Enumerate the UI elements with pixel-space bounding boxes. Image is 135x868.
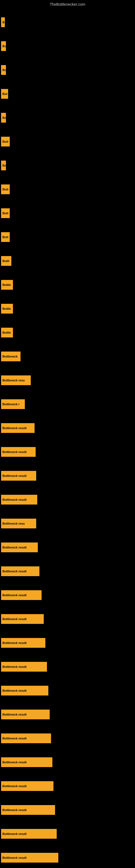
bar-label: Bottleneck result — [1, 423, 35, 433]
header: TheBottlenecker.com — [0, 0, 135, 8]
bar-text: Bottleneck result — [2, 689, 27, 692]
bar-text: Bottleneck resu — [2, 379, 25, 382]
bar-label: Bottleneck — [1, 351, 20, 361]
bar-text: Bottleneck result — [2, 713, 27, 716]
bar-label: Bottleneck result — [1, 542, 38, 552]
bar-text: Bottleneck result — [2, 498, 27, 501]
list-item: Bott — [0, 177, 135, 201]
list-item: Bott — [0, 130, 135, 154]
bar-label: Bottleneck r — [1, 399, 25, 409]
bar-text: Bottleneck result — [2, 474, 27, 477]
list-item: Bottleneck result — [0, 440, 135, 464]
list-item: Bottleneck r — [0, 392, 135, 416]
bar-label: Bottleneck resu — [1, 375, 31, 385]
list-item: Bot — [0, 82, 135, 106]
bar-text: Bo — [2, 44, 6, 48]
list-item: Bo — [0, 106, 135, 130]
bar-label: Bottleneck result — [1, 853, 58, 863]
bar-label: Bottle — [1, 304, 13, 314]
bar-text: Bottleneck result — [2, 569, 27, 573]
list-item: Bottleneck result — [0, 726, 135, 750]
list-item: Bottleneck resu — [0, 368, 135, 392]
list-item: Bottleneck result — [0, 488, 135, 512]
list-item: Bottleneck result — [0, 798, 135, 822]
bar-text: Bo — [2, 116, 6, 119]
bar-text: Bottleneck result — [2, 665, 27, 669]
list-item: Bottleneck result — [0, 631, 135, 655]
bar-text: Bottleneck — [2, 355, 17, 358]
bar-label: Bottleneck result — [1, 495, 37, 504]
bar-label: Bottleneck result — [1, 447, 36, 457]
list-item: Bottleneck result — [0, 464, 135, 488]
bar-text: Bottleneck result — [2, 832, 27, 835]
bar-label: Bottl — [1, 256, 11, 266]
list-item: Bottleneck result — [0, 679, 135, 703]
bar-label: Bo — [1, 113, 6, 123]
bar-text: Bottleneck result — [2, 784, 27, 788]
bar-text: Bottleneck result — [2, 546, 27, 549]
bar-label: Bottleneck result — [1, 662, 47, 672]
bar-text: Bottleneck result — [2, 761, 27, 764]
list-item: Bottleneck result — [0, 774, 135, 798]
bar-text: Bottle — [2, 307, 11, 310]
list-item: B — [0, 10, 135, 34]
list-item: Bott — [0, 225, 135, 249]
list-item: Bottleneck result — [0, 822, 135, 846]
bar-text: Bottleneck result — [2, 808, 27, 812]
bar-label: Bottleneck result — [1, 686, 48, 695]
bar-label: Bott — [1, 208, 10, 218]
list-item: Bottleneck result — [0, 535, 135, 559]
bar-label: Bottle — [1, 328, 13, 337]
bar-label: Bottleneck result — [1, 710, 50, 719]
bar-text: Bottleneck result — [2, 641, 27, 645]
bar-label: Bo — [1, 161, 6, 170]
bar-label: Bottleneck result — [1, 590, 42, 600]
bar-text: Bo — [2, 164, 6, 167]
list-item: Bottle — [0, 297, 135, 321]
bar-text: Bot — [2, 92, 7, 95]
list-item: Bottleneck result — [0, 607, 135, 631]
bar-label: Bottleneck result — [1, 829, 57, 839]
bar-label: Bottle — [1, 280, 13, 290]
bar-label: Bott — [1, 137, 10, 147]
bar-label: Bo — [1, 41, 6, 51]
list-item: Bo — [0, 34, 135, 58]
list-item: Bottleneck result — [0, 703, 135, 726]
bar-text: B — [2, 21, 5, 24]
list-item: Bottle — [0, 321, 135, 344]
bar-label: B — [1, 18, 5, 27]
bar-text: Bott — [2, 140, 8, 143]
bar-label: Bott — [1, 232, 10, 242]
bar-text: Bottl — [2, 259, 9, 262]
bar-text: Bottleneck result — [2, 593, 27, 597]
bar-label: Bottleneck result — [1, 757, 52, 767]
bar-text: Bott — [2, 188, 8, 191]
bar-label: Bottleneck result — [1, 471, 36, 480]
list-item: Bottl — [0, 249, 135, 273]
list-item: Bott — [0, 201, 135, 225]
list-item: Bottleneck result — [0, 583, 135, 607]
list-item: Bottleneck result — [0, 655, 135, 679]
bar-text: Bottleneck resu — [2, 522, 25, 525]
list-item: Bottleneck — [0, 344, 135, 368]
bar-chart-container: BBoBoBotBoBottBoBottBottBottBottlBottleB… — [0, 8, 135, 868]
bar-label: Bottleneck result — [1, 781, 53, 791]
bar-text: Bottle — [2, 331, 11, 334]
bar-label: Bo — [1, 65, 6, 75]
list-item: Bottleneck result — [0, 846, 135, 868]
bar-text: Bottle — [2, 283, 11, 286]
bar-text: Bottleneck result — [2, 737, 27, 740]
list-item: Bo — [0, 154, 135, 177]
list-item: Bo — [0, 58, 135, 82]
list-item: Bottle — [0, 273, 135, 297]
bar-text: Bottleneck result — [2, 426, 27, 430]
bar-label: Bottleneck result — [1, 614, 44, 624]
bar-text: Bo — [2, 68, 6, 72]
site-title: TheBottlenecker.com — [0, 0, 135, 8]
bar-label: Bottleneck result — [1, 805, 55, 815]
list-item: Bottleneck resu — [0, 512, 135, 535]
bar-label: Bottleneck result — [1, 638, 45, 648]
bar-label: Bott — [1, 184, 10, 194]
list-item: Bottleneck result — [0, 416, 135, 440]
list-item: Bottleneck result — [0, 750, 135, 774]
